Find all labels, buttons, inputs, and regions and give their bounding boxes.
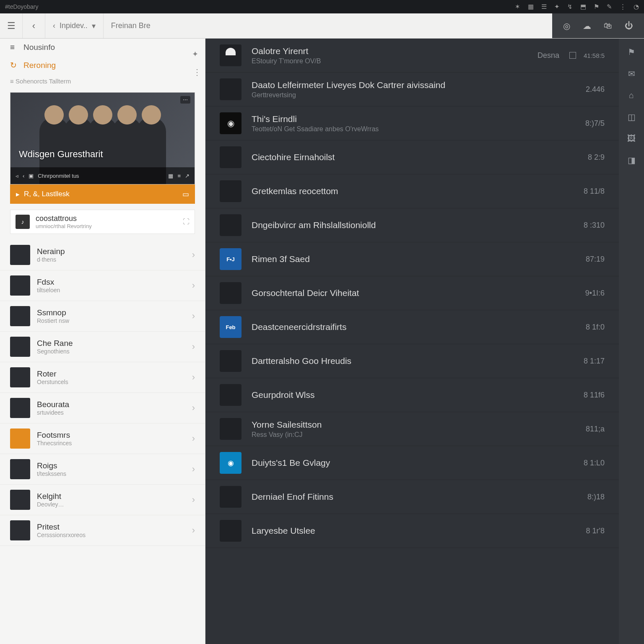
- tray-icon[interactable]: ⋮: [620, 3, 626, 10]
- now-playing-hero[interactable]: ⋯ Wdisgen Gurestharit ◃ ‹ ▣ Chnrponmitel…: [10, 92, 195, 184]
- breadcrumb-2[interactable]: Freinan Bre: [104, 21, 158, 30]
- track-duration: 2.446: [571, 85, 605, 94]
- sidebar-list-item[interactable]: Che Rane Segnothiens ›: [0, 332, 205, 362]
- sidebar-list-item[interactable]: Roigs t/teskssens ›: [0, 454, 205, 485]
- track-row[interactable]: Dartteralsho Goo Hreudis 8 1:17: [205, 344, 619, 378]
- send-icon[interactable]: ✉: [628, 69, 635, 79]
- hero-tag[interactable]: ⋯: [180, 96, 190, 104]
- track-artwork: [220, 44, 242, 66]
- chevron-right-icon: ›: [192, 464, 195, 475]
- chevron-left-icon: ‹: [53, 21, 55, 30]
- track-row[interactable]: Laryesbe Utslee 8 1r'8: [205, 514, 619, 548]
- bookmark-icon[interactable]: ◨: [628, 155, 636, 165]
- list-icon[interactable]: ▦: [168, 173, 173, 179]
- tray-icon[interactable]: ⬒: [580, 3, 586, 10]
- sidebar-list-item[interactable]: Kelgiht Deovley… ›: [0, 485, 205, 515]
- sidebar-list-item[interactable]: Pritest Cersssionsrxoreos ›: [0, 515, 205, 546]
- share-icon[interactable]: ↗: [185, 173, 190, 179]
- breadcrumb-1[interactable]: ‹ Inpidev.. ▾: [45, 13, 104, 38]
- track-row[interactable]: Ciectohire Eirnahoilst 8 2:9: [205, 140, 619, 174]
- maximize-icon[interactable]: ⛶: [183, 218, 190, 226]
- chat-icon[interactable]: ⌂: [629, 91, 634, 100]
- item-title: Pritest: [37, 522, 86, 532]
- tray-icon[interactable]: ↯: [567, 3, 573, 10]
- track-duration: 8 1r'8: [571, 527, 605, 535]
- item-title: Ssmnop: [37, 308, 69, 317]
- track-subtitle: Gerttrevertsing: [252, 91, 561, 99]
- chevron-right-icon: ›: [192, 494, 195, 505]
- track-row[interactable]: ◉ Thi's Eirndli Teottet/oN Get Ssadiare …: [205, 106, 619, 140]
- tray-icon[interactable]: ✦: [554, 3, 560, 10]
- sidebar-nav-item[interactable]: ↻Reroning: [0, 56, 205, 74]
- category-subtitle: umnioc/rthal Revortriny: [36, 223, 92, 229]
- shop-icon[interactable]: 🛍: [604, 21, 612, 31]
- back-button[interactable]: ‹: [23, 13, 45, 38]
- cloud-icon[interactable]: ☁: [583, 21, 591, 31]
- chevron-right-icon: ›: [192, 249, 195, 260]
- track-duration: 8 11/8: [571, 187, 605, 196]
- sidebar-list-item[interactable]: Fdsx tiltseloen ›: [0, 270, 205, 301]
- add-icon[interactable]: ✦: [192, 49, 198, 59]
- hamburger-menu-button[interactable]: ☰: [0, 13, 23, 38]
- track-row[interactable]: Geurpdroit Wlss 8 11f6: [205, 378, 619, 412]
- category-thumb: ♪: [16, 215, 30, 229]
- sidebar-list-item[interactable]: Roter Oerstuncels ›: [0, 362, 205, 393]
- play-icon[interactable]: ▣: [29, 173, 34, 179]
- track-duration: 8 11f6: [571, 391, 605, 400]
- power-icon[interactable]: ⏻: [625, 21, 633, 31]
- track-row[interactable]: Derniael Enof Fitinns 8:)18: [205, 480, 619, 514]
- item-subtitle: Segnothiens: [37, 348, 73, 355]
- queue-icon[interactable]: ▭: [182, 190, 189, 199]
- flag-icon[interactable]: ⚑: [628, 47, 635, 57]
- track-duration: 8:)18: [571, 493, 605, 501]
- prev-icon[interactable]: ◃: [16, 173, 18, 179]
- sidebar-nav-item[interactable]: ≡Nousinfo: [0, 39, 205, 56]
- sidebar-list-item[interactable]: Ssmnop Rostiert nsw ›: [0, 301, 205, 332]
- track-artwork: [220, 78, 242, 100]
- track-row[interactable]: Dngeibvircr am Rihslallstioniolld 8 :310: [205, 208, 619, 242]
- track-row[interactable]: ◉ Duiyts's1 Be Gvlagy 8 1:L0: [205, 446, 619, 480]
- track-artwork: Feb: [220, 316, 242, 338]
- track-title: Oalotre Yirenrt: [252, 46, 516, 56]
- rewind-icon[interactable]: ‹: [23, 173, 24, 179]
- item-thumb: [10, 367, 30, 387]
- track-row[interactable]: Oalotre Yirenrt EStouiry T'monre OV/B De…: [205, 39, 619, 73]
- track-title: Rimen 3f Saed: [252, 254, 561, 264]
- video-icon[interactable]: ◫: [628, 112, 636, 122]
- track-row[interactable]: Gorsochtertal Deicr Viheitat 9•1I:6: [205, 276, 619, 310]
- featured-banner[interactable]: ▸ R, &, Lastllesk ▭: [10, 184, 195, 204]
- chevron-right-icon: ›: [192, 402, 195, 413]
- system-titlebar: #teDoyobary ✶ ▦ ☰ ✦ ↯ ⬒ ⚑ ✎ ⋮ ◔: [0, 0, 644, 13]
- track-title: Dartteralsho Goo Hreudis: [252, 356, 561, 366]
- track-row[interactable]: Feb Deastceneercidrstraifirts 8 1f:0: [205, 310, 619, 344]
- item-subtitle: d·thens: [37, 256, 65, 263]
- track-duration: 8 1:L0: [571, 459, 605, 467]
- track-artwork: ◉: [220, 112, 242, 134]
- sidebar-list-item[interactable]: Nerainp d·thens ›: [0, 240, 205, 270]
- view-icon[interactable]: ◎: [563, 21, 570, 31]
- track-artwork: [220, 486, 242, 508]
- tray-icon[interactable]: ◔: [634, 3, 639, 10]
- track-duration: 9•1I:6: [571, 289, 605, 298]
- sidebar-list-item[interactable]: Beourata srtuvidees ›: [0, 393, 205, 423]
- tray-icon[interactable]: ☰: [541, 3, 547, 10]
- tray-icon[interactable]: ✎: [607, 3, 612, 10]
- picture-icon[interactable]: 🖼: [627, 134, 636, 143]
- category-card[interactable]: ♪ coostattrous umnioc/rthal Revortriny ⛶: [10, 210, 195, 234]
- track-row[interactable]: Yorne Sailesittson Ress Vasy (in:CJ 811;…: [205, 412, 619, 446]
- tray-icon[interactable]: ▦: [528, 3, 534, 10]
- tray-icon[interactable]: ⚑: [594, 3, 599, 10]
- item-title: Kelgiht: [37, 492, 64, 501]
- track-row[interactable]: Gretkemlas reocettom 8 11/8: [205, 174, 619, 208]
- more-icon[interactable]: ⋮: [193, 67, 201, 77]
- sidebar-list-item[interactable]: Footsmrs Thnecsrinces ›: [0, 423, 205, 454]
- category-title: coostattrous: [36, 214, 92, 223]
- toolbar-actions: ◎ ☁ 🛍 ⏻: [552, 13, 644, 38]
- track-row[interactable]: F•J Rimen 3f Saed 87:19: [205, 242, 619, 276]
- track-title: Thi's Eirndli: [252, 114, 561, 124]
- item-subtitle: Cersssionsrxoreos: [37, 532, 86, 538]
- grid-icon[interactable]: ≡: [177, 173, 181, 179]
- list-icon: ≡: [10, 78, 14, 85]
- track-row[interactable]: Daato Lelfeirmeter Liveyes Dok Cartrer a…: [205, 73, 619, 106]
- tray-icon[interactable]: ✶: [515, 3, 520, 10]
